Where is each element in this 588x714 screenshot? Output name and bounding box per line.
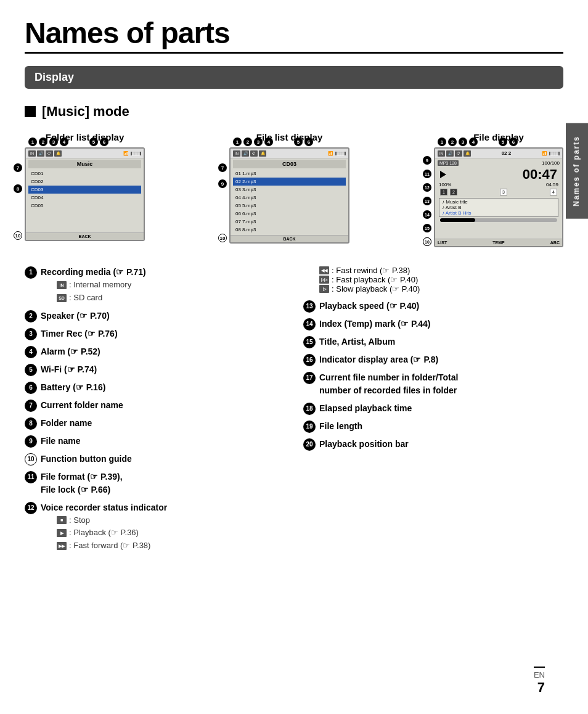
desc-text-11: File format (☞ P.39),File lock (☞ P.66) xyxy=(41,470,123,496)
timer-icon-2: ⏱ xyxy=(250,150,258,157)
desc-col-right: ◀◀: Fast rewind (☞ P.38) ▷▷: Fast playba… xyxy=(303,266,563,557)
desc-num-18: 18 xyxy=(303,403,316,415)
desc-num-8: 8 xyxy=(25,417,37,430)
wifi-icon-2: 📶 xyxy=(328,151,333,156)
music-mode-heading: [Music] mode xyxy=(25,104,563,120)
desc-text-3: Timer Rec (☞ P.76) xyxy=(41,327,118,340)
callout-4: 4 xyxy=(60,137,68,146)
stop-label: : Stop xyxy=(69,514,90,527)
desc-text-10: Function button guide xyxy=(41,453,132,466)
desc-num-7: 7 xyxy=(25,400,37,412)
file-list-screen-content: CD03 01 1.mp3 02 2.mp3 03 3.mp3 04 4.mp3… xyxy=(231,158,348,235)
callout-5: 5 xyxy=(89,137,98,146)
list-item: 08 8.mp3 xyxy=(233,226,346,234)
desc-text-1: Recording media (☞ P.71) xyxy=(41,266,146,279)
wifi-icon: 📶 xyxy=(123,151,129,156)
desc-text-7: Current folder name xyxy=(41,399,123,412)
media-icon: IN xyxy=(28,150,36,157)
list-button[interactable]: LIST xyxy=(438,240,447,245)
file-disp-content: MP3 128 100/100 00:47 100% 04:59 xyxy=(435,158,562,239)
callout-1: 1 xyxy=(28,137,37,146)
desc-item-20: 20 Playback position bar xyxy=(303,438,563,451)
index-mark-2: 2 xyxy=(450,189,457,195)
desc-num-9: 9 xyxy=(25,435,37,448)
page-number-area: EN 7 xyxy=(534,667,545,696)
list-item: CD04 xyxy=(28,194,141,202)
folder-num-display: 02 2 xyxy=(502,150,512,156)
file-list-panel: File list display 1 2 3 4 5 6 7 xyxy=(229,132,349,247)
folder-list-panel: Folder list display 1 2 3 4 5 6 7 8 xyxy=(25,132,145,247)
list-item-selected: CD03 xyxy=(28,186,141,194)
callout-7-file: 7 xyxy=(218,163,227,172)
folder-back-button[interactable]: BACK xyxy=(78,234,91,239)
list-item: 05 5.mp3 xyxy=(233,202,346,210)
slow-playback-label: : Slow playback (☞ P.40) xyxy=(332,284,420,293)
folder-callout-top: 1 2 3 4 5 6 xyxy=(28,137,108,146)
media-icon-3: IN xyxy=(438,150,445,157)
internal-memory-icon: IN xyxy=(57,281,67,289)
desc-num-12: 12 xyxy=(25,502,37,514)
file-list-callout-top: 1 2 3 4 5 6 xyxy=(233,137,313,146)
speed-length-row: 100% 04:59 xyxy=(438,182,560,187)
desc-item-7: 7 Current folder name xyxy=(25,399,285,412)
title-divider xyxy=(25,52,563,54)
battery-icon: ▓▓▓ xyxy=(131,152,141,155)
file-length: 04:59 xyxy=(546,182,558,187)
abc-button[interactable]: ABC xyxy=(550,240,560,245)
folder-left-callouts: 7 8 xyxy=(14,163,22,193)
desc-text-20: Playback position bar xyxy=(319,438,409,451)
desc-num-2: 2 xyxy=(25,310,37,322)
file-disp-callout-top: 1 2 3 4 5 6 xyxy=(438,137,518,146)
folder-bottom-callout: 10 xyxy=(14,231,22,240)
list-item: 07 7.mp3 xyxy=(233,218,346,226)
list-item: 01 1.mp3 xyxy=(233,170,346,178)
file-list-header: CD03 xyxy=(233,160,346,168)
desc-item-13: 13 Playback speed (☞ P.40) xyxy=(303,300,563,313)
display-header: Display xyxy=(25,66,563,89)
desc-num-15: 15 xyxy=(303,336,316,348)
file-list-device: IN 🔊 ⏱ 🔔 📶 ▓▓▓ CD03 01 1.mp3 0 xyxy=(229,147,349,244)
timer-icon-3: ⏱ xyxy=(455,150,462,157)
desc-item-3: 3 Timer Rec (☞ P.76) xyxy=(25,327,285,340)
desc-num-1: 1 xyxy=(25,266,37,279)
file-disp-status-bar: IN 🔊 ⏱ 🔔 02 2 📶 ▓▓▓ xyxy=(435,149,562,158)
timer-icon: ⏱ xyxy=(46,150,53,157)
desc-item-19: 19 File length xyxy=(303,420,563,433)
playback-label: : Playback (☞ P.36) xyxy=(69,527,139,540)
callout-12-disp: 12 xyxy=(423,183,431,192)
temp-button[interactable]: TEMP xyxy=(492,240,504,245)
fast-rewind-label: : Fast rewind (☞ P.38) xyxy=(332,266,410,275)
battery-icon-3: ▓▓▓ xyxy=(549,152,560,155)
callout-14-disp: 14 xyxy=(423,210,431,219)
track-title: ♪ Music title xyxy=(442,199,555,205)
desc-text-16: Indicator display area (☞ P.8) xyxy=(319,353,438,366)
desc-item-16: 16 Indicator display area (☞ P.8) xyxy=(303,353,563,366)
callout-10-folder: 10 xyxy=(14,231,22,240)
desc-text-2: Speaker (☞ P.70) xyxy=(41,310,110,322)
page-number: 7 xyxy=(534,679,545,696)
index-mark-1: 1 xyxy=(440,189,447,195)
desc-item-11: 11 File format (☞ P.39),File lock (☞ P.6… xyxy=(25,470,285,496)
fast-playback-icon: ▷▷ xyxy=(319,276,329,284)
slow-playback-icon: ▷ xyxy=(319,285,329,293)
playback-icon: ▶ xyxy=(57,529,67,537)
desc-text-8: Folder name xyxy=(41,417,92,430)
desc-num-4: 4 xyxy=(25,346,37,358)
desc-item-14: 14 Index (Temp) mark (☞ P.44) xyxy=(303,318,563,330)
file-list-back-button[interactable]: BACK xyxy=(283,237,295,241)
file-disp-left-callouts: 9 11 12 13 14 15 16 xyxy=(423,156,431,246)
desc-text-15: Title, Artist, Album xyxy=(319,335,395,348)
callout-10-disp: 10 xyxy=(423,237,431,246)
desc-item-15: 15 Title, Artist, Album xyxy=(303,335,563,348)
desc-item-9: 9 File name xyxy=(25,435,285,448)
description-section: 1 Recording media (☞ P.71) IN: Internal … xyxy=(25,266,563,557)
callout-9-file: 9 xyxy=(218,179,227,188)
track-album: ♪ Artist B Hits xyxy=(442,210,555,216)
list-item: CD01 xyxy=(28,170,141,178)
callout-6: 6 xyxy=(100,137,108,146)
desc-num-20: 20 xyxy=(303,438,316,451)
desc-item-12: 12 Voice recorder status indicator ■: St… xyxy=(25,501,285,552)
sidebar-names-label: Names of parts xyxy=(566,123,588,219)
progress-bar-fill xyxy=(440,218,475,222)
list-item: 06 6.mp3 xyxy=(233,210,346,218)
